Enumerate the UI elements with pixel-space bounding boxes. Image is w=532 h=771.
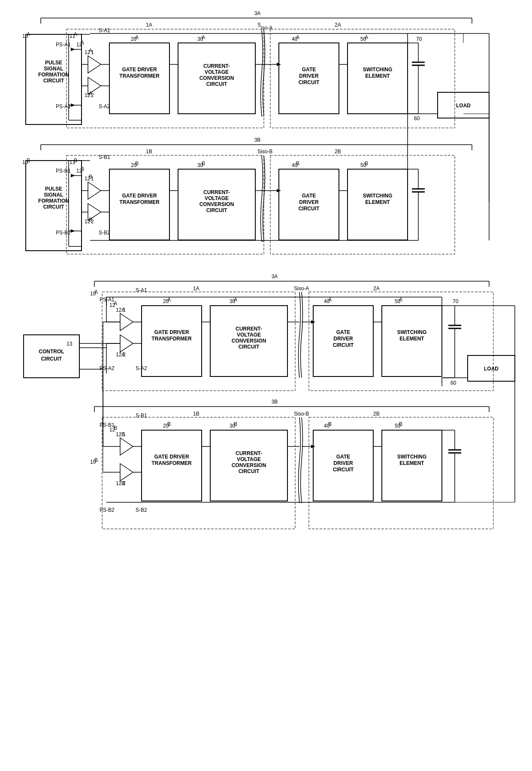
svg-text:TRANSFORMER: TRANSFORMER (119, 199, 160, 205)
svg-text:CIRCUIT: CIRCUIT (43, 78, 64, 84)
label-sa1-bottom2: S-A1 (136, 287, 147, 293)
label-13: 13 (66, 341, 73, 347)
svg-text:A: A (135, 34, 139, 40)
switching-label-top: SWITCHING (363, 67, 393, 73)
load-label-bottom: LOAD (484, 366, 499, 372)
svg-text:B: B (81, 166, 84, 172)
gate-circuit-label-b-bottom: GATE (336, 454, 350, 460)
label-psa1-bottom2: PS-A1 (100, 297, 115, 303)
svg-marker-237 (71, 174, 75, 177)
diagram-container: 3A 1A 2A S iso-A PULSE SIGNAL FORMATION … (0, 0, 532, 771)
svg-rect-4 (270, 29, 455, 128)
svg-text:1: 1 (91, 176, 94, 182)
svg-text:CONVERSION: CONVERSION (200, 201, 234, 207)
label-sb2-bottom2: S-B2 (136, 507, 147, 513)
svg-text:CIRCUIT: CIRCUIT (206, 207, 227, 213)
svg-text:A: A (399, 297, 402, 303)
svg-text:SIGNAL: SIGNAL (44, 192, 63, 198)
svg-rect-184 (309, 417, 493, 529)
switching-label-a-bottom: SWITCHING (397, 329, 427, 335)
svg-text:VOLTAGE: VOLTAGE (205, 195, 229, 201)
svg-text:A: A (81, 40, 84, 46)
cv-conv-label-top: CURRENT- (203, 63, 230, 69)
label-3b-bottom: 3B (272, 399, 278, 405)
svg-rect-183 (102, 417, 295, 529)
svg-text:CIRCUIT: CIRCUIT (333, 342, 354, 348)
svg-text:DRIVER: DRIVER (299, 199, 319, 205)
svg-marker-187 (120, 438, 133, 455)
svg-text:1: 1 (123, 307, 126, 313)
gate-driver-label-a-bottom: GATE DRIVER (154, 329, 189, 335)
cv-conv-label-b-bottom: CURRENT- (236, 450, 262, 456)
svg-text:B: B (94, 457, 98, 463)
svg-text:2: 2 (123, 480, 126, 486)
gate-circuit-label-b-top: GATE (302, 193, 316, 199)
control-circuit-label: CONTROL (39, 349, 64, 355)
gate-driver-label-b-bottom: GATE DRIVER (154, 454, 189, 460)
svg-marker-11 (88, 56, 101, 73)
svg-text:A: A (202, 34, 205, 40)
label-3a-top: 3A (254, 10, 261, 16)
svg-text:iso-B: iso-B (261, 149, 272, 155)
svg-text:ELEMENT: ELEMENT (399, 336, 424, 342)
svg-text:CONVERSION: CONVERSION (200, 75, 234, 81)
switching-label-b-bottom: SWITCHING (397, 454, 427, 460)
svg-text:VOLTAGE: VOLTAGE (237, 456, 261, 462)
svg-text:FORMATION: FORMATION (38, 198, 69, 204)
svg-text:B: B (202, 161, 205, 167)
svg-text:CIRCUIT: CIRCUIT (41, 356, 62, 362)
svg-text:1: 1 (123, 431, 126, 437)
svg-text:CIRCUIT: CIRCUIT (43, 204, 64, 210)
pulse-circuit-label-top: PULSE (45, 60, 62, 66)
cv-conv-label-b-top: CURRENT- (203, 189, 230, 195)
gate-driver-label-top: GATE DRIVER (122, 67, 157, 73)
svg-text:TRANSFORMER: TRANSFORMER (151, 336, 192, 342)
label-3b-top: 3B (254, 137, 261, 143)
svg-text:ELEMENT: ELEMENT (365, 199, 390, 205)
label-70-bottom: 70 (453, 298, 459, 304)
svg-text:CIRCUIT: CIRCUIT (299, 206, 320, 212)
svg-marker-236 (71, 103, 75, 107)
label-sa2-top: S-A2 (99, 103, 110, 109)
svg-text:TRANSFORMER: TRANSFORMER (119, 73, 160, 79)
label-70-top: 70 (416, 36, 422, 42)
gate-circuit-label-top: GATE (302, 67, 316, 73)
switching-label-b-top: SWITCHING (363, 193, 393, 199)
label-siso-a-top: S (257, 22, 261, 28)
svg-text:iso-A: iso-A (297, 285, 309, 291)
svg-text:A: A (234, 297, 237, 303)
svg-text:VOLTAGE: VOLTAGE (237, 332, 261, 338)
label-2a-bottom: 2A (373, 285, 380, 291)
svg-text:B: B (399, 421, 402, 427)
svg-text:A: A (27, 31, 30, 37)
label-sb1-bottom2: S-B1 (136, 413, 147, 419)
pulse-circuit-label-b-top: PULSE (45, 186, 62, 192)
gate-circuit-label-a-bottom: GATE (336, 329, 350, 335)
label-2b-top: 2B (335, 149, 341, 155)
label-1a-bottom: 1A (193, 285, 200, 291)
label-60-bottom: 60 (450, 380, 456, 386)
svg-marker-238 (71, 229, 75, 233)
label-60-top: 60 (414, 115, 420, 121)
svg-text:2: 2 (91, 92, 94, 98)
label-1a-top: 1A (146, 22, 152, 28)
svg-marker-235 (71, 48, 75, 51)
svg-text:CIRCUIT: CIRCUIT (239, 468, 260, 474)
cv-conv-label-a-bottom: CURRENT- (236, 326, 262, 332)
label-siso-a-sub: iso-A (261, 25, 272, 31)
label-1b-top: 1B (146, 149, 152, 155)
svg-text:ELEMENT: ELEMENT (399, 460, 424, 466)
label-psa2-bottom2: PS-A2 (100, 365, 115, 371)
svg-text:iso-B: iso-B (297, 411, 309, 417)
svg-rect-66 (66, 155, 264, 254)
svg-text:SIGNAL: SIGNAL (44, 66, 63, 72)
svg-text:DRIVER: DRIVER (333, 460, 353, 466)
svg-text:B: B (296, 161, 299, 167)
svg-text:B: B (365, 161, 368, 167)
svg-text:2: 2 (91, 219, 94, 225)
svg-text:CONVERSION: CONVERSION (232, 462, 266, 468)
label-siso-a-bottom: S (294, 285, 297, 291)
svg-text:B: B (167, 421, 171, 427)
svg-text:DRIVER: DRIVER (333, 336, 353, 342)
svg-rect-67 (270, 155, 455, 254)
